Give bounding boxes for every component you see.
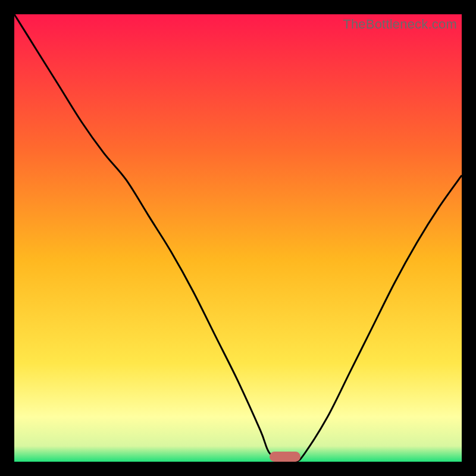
chart-curve-layer xyxy=(14,14,462,462)
optimal-range-marker xyxy=(270,452,301,462)
bottleneck-curve xyxy=(14,14,462,463)
chart-frame: TheBottleneck.com xyxy=(14,14,462,462)
watermark-text: TheBottleneck.com xyxy=(343,17,457,32)
